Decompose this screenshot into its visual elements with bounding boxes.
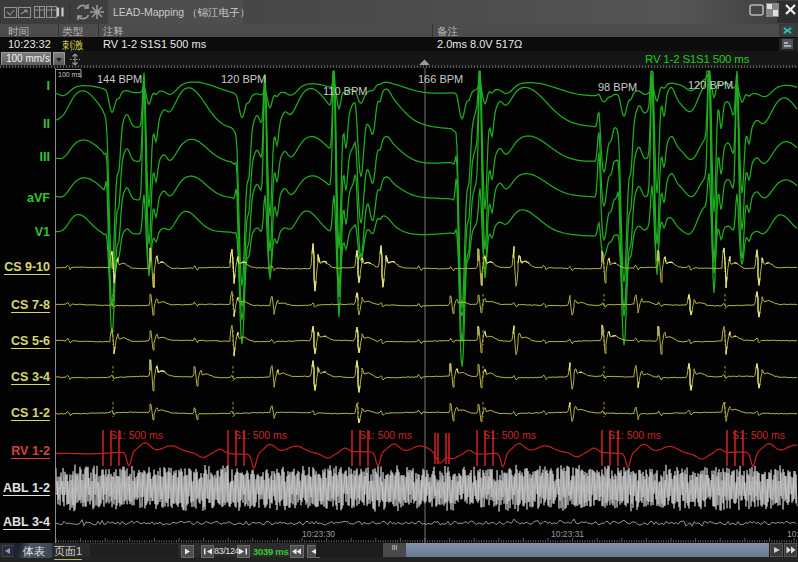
svg-text:120 BPM: 120 BPM	[688, 79, 733, 91]
svg-text:S1: 500 ms: S1: 500 ms	[359, 429, 412, 441]
svg-text:166 BPM: 166 BPM	[418, 73, 463, 85]
svg-text:S1: 500 ms: S1: 500 ms	[234, 429, 287, 441]
svg-text:110 BPM: 110 BPM	[323, 85, 367, 97]
svg-text:10:23:31: 10:23:31	[551, 529, 584, 539]
svg-text:98 BPM: 98 BPM	[598, 81, 637, 93]
svg-text:100 ms: 100 ms	[58, 71, 81, 78]
svg-text:S1: 500 ms: S1: 500 ms	[608, 429, 661, 441]
svg-text:S1: 500 ms: S1: 500 ms	[110, 429, 163, 441]
svg-text:144 BPM: 144 BPM	[97, 73, 142, 85]
svg-text:S1: 500 ms: S1: 500 ms	[732, 429, 785, 441]
svg-text:120 BPM: 120 BPM	[221, 73, 266, 85]
svg-text:10:23:30: 10:23:30	[302, 529, 335, 539]
svg-text:S1: 500 ms: S1: 500 ms	[483, 429, 536, 441]
svg-text:10:2: 10:2	[787, 529, 798, 539]
